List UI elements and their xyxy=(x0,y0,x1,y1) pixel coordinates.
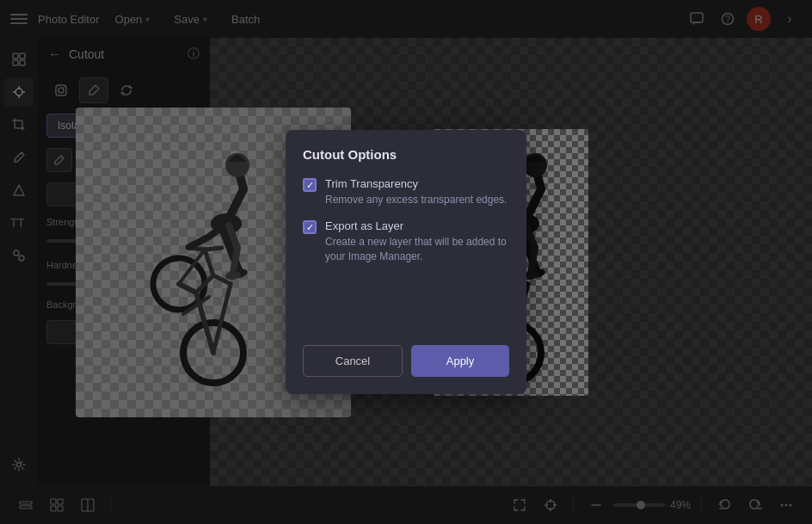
modal-preview-svg xyxy=(136,129,291,396)
trim-checkmark: ✓ xyxy=(306,180,314,191)
dialog-actions: Cancel Apply xyxy=(303,345,509,377)
cutout-options-dialog: Cutout Options ✓ Trim Transparency Remov… xyxy=(286,130,526,393)
export-layer-content: Export as Layer Create a new layer that … xyxy=(325,219,509,264)
trim-transparency-description: Remove any excess transparent edges. xyxy=(325,193,507,207)
dialog-spacer xyxy=(303,276,509,328)
trim-transparency-checkbox[interactable]: ✓ xyxy=(303,178,317,192)
modal-overlay: Cutout Options ✓ Trim Transparency Remov… xyxy=(0,0,812,524)
export-layer-label: Export as Layer xyxy=(325,219,509,232)
dialog-cancel-button[interactable]: Cancel xyxy=(303,345,403,377)
trim-transparency-label: Trim Transparency xyxy=(325,177,507,190)
dialog-apply-button[interactable]: Apply xyxy=(411,345,509,377)
export-layer-description: Create a new layer that will be added to… xyxy=(325,235,509,264)
export-layer-checkbox[interactable]: ✓ xyxy=(303,220,317,234)
export-checkmark: ✓ xyxy=(306,222,314,233)
trim-transparency-content: Trim Transparency Remove any excess tran… xyxy=(325,177,507,207)
trim-transparency-row: ✓ Trim Transparency Remove any excess tr… xyxy=(303,177,509,207)
dialog-title: Cutout Options xyxy=(303,147,509,162)
export-layer-row: ✓ Export as Layer Create a new layer tha… xyxy=(303,219,509,264)
